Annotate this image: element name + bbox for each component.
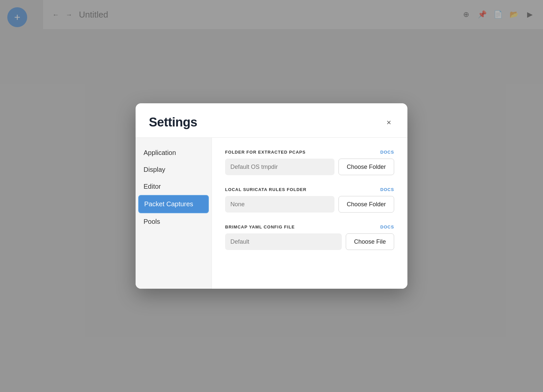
docs-link-2[interactable]: DOCS: [380, 187, 394, 192]
docs-link-3[interactable]: DOCS: [380, 224, 394, 229]
section-brimcap-yaml: BRIMCAP YAML CONFIG FILE DOCS Choose Fil…: [225, 224, 394, 250]
sidebar-item-pools[interactable]: Pools: [136, 213, 211, 230]
settings-modal: Settings × Application Display Editor Pa…: [136, 103, 407, 289]
choose-folder-button-1[interactable]: Choose Folder: [338, 159, 394, 175]
docs-link-1[interactable]: DOCS: [380, 150, 394, 155]
section-local-suricata: LOCAL SURICATA RULES FOLDER DOCS Choose …: [225, 187, 394, 213]
sidebar-item-packet-captures[interactable]: Packet Captures: [138, 195, 209, 213]
choose-file-button[interactable]: Choose File: [346, 233, 394, 250]
folder-extracted-pcaps-input[interactable]: [225, 159, 334, 175]
section-row-2: Choose Folder: [225, 196, 394, 213]
sidebar-item-display[interactable]: Display: [136, 161, 211, 178]
modal-title: Settings: [149, 115, 197, 129]
modal-header: Settings ×: [136, 103, 407, 137]
section-row-3: Choose File: [225, 233, 394, 250]
section-row-1: Choose Folder: [225, 159, 394, 175]
section-label-1: FOLDER FOR EXTRACTED PCAPS: [225, 150, 306, 155]
settings-sidebar: Application Display Editor Packet Captur…: [136, 138, 212, 289]
section-header-1: FOLDER FOR EXTRACTED PCAPS DOCS: [225, 150, 394, 155]
section-label-3: BRIMCAP YAML CONFIG FILE: [225, 224, 295, 229]
modal-overlay: Settings × Application Display Editor Pa…: [0, 0, 543, 392]
local-suricata-rules-input[interactable]: [225, 196, 334, 213]
sidebar-item-editor[interactable]: Editor: [136, 178, 211, 195]
brimcap-yaml-input[interactable]: [225, 233, 342, 250]
section-label-2: LOCAL SURICATA RULES FOLDER: [225, 187, 307, 192]
settings-content: FOLDER FOR EXTRACTED PCAPS DOCS Choose F…: [212, 138, 407, 289]
modal-close-button[interactable]: ×: [384, 117, 394, 128]
section-header-3: BRIMCAP YAML CONFIG FILE DOCS: [225, 224, 394, 229]
section-header-2: LOCAL SURICATA RULES FOLDER DOCS: [225, 187, 394, 192]
sidebar-item-application[interactable]: Application: [136, 144, 211, 161]
section-folder-extracted-pcaps: FOLDER FOR EXTRACTED PCAPS DOCS Choose F…: [225, 150, 394, 175]
modal-body: Application Display Editor Packet Captur…: [136, 137, 407, 289]
choose-folder-button-2[interactable]: Choose Folder: [338, 196, 394, 213]
